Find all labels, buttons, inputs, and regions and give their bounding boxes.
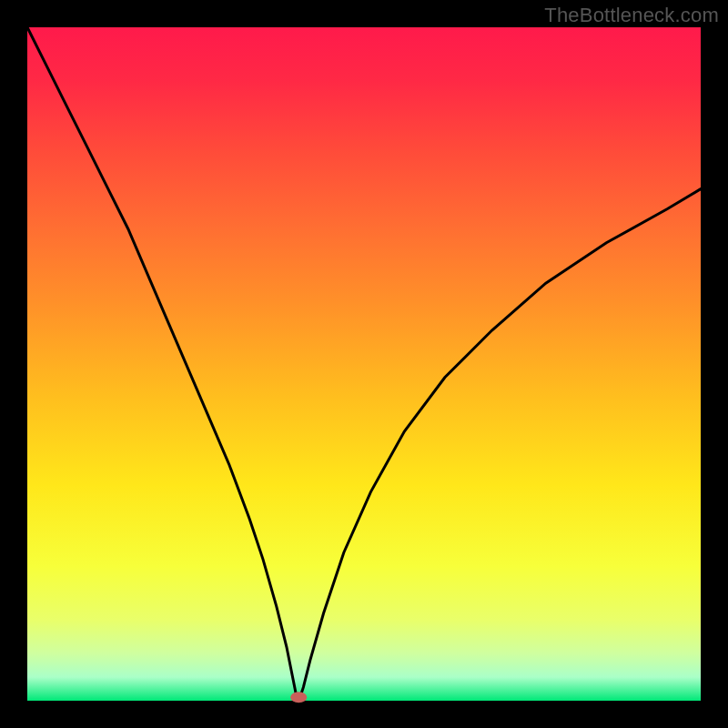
- watermark-text: TheBottleneck.com: [544, 4, 719, 27]
- optimal-point-marker: [290, 692, 307, 703]
- bottleneck-chart: [0, 0, 728, 728]
- chart-frame: TheBottleneck.com: [0, 0, 728, 728]
- plot-background: [27, 27, 701, 701]
